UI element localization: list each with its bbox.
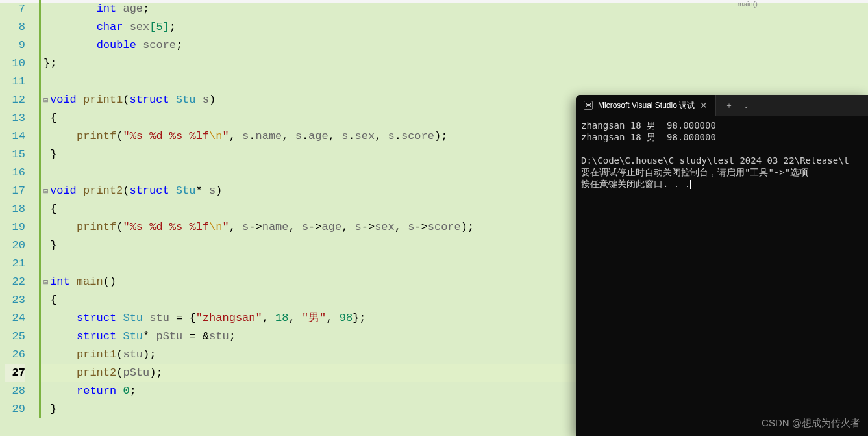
console-tab[interactable]: ⌘ Microsoft Visual Studio 调试 ✕ (576, 95, 716, 116)
line-number: 27 (5, 364, 25, 382)
console-tab-actions: ＋ ⌄ (716, 100, 758, 111)
text-cursor (690, 180, 691, 189)
line-number: 15 (5, 146, 25, 164)
console-titlebar[interactable]: ⌘ Microsoft Visual Studio 调试 ✕ ＋ ⌄ (576, 95, 868, 116)
line-number: 19 (5, 218, 25, 237)
close-icon[interactable]: ✕ (700, 100, 708, 110)
line-number: 20 (5, 237, 25, 255)
debug-console-window[interactable]: ⌘ Microsoft Visual Studio 调试 ✕ ＋ ⌄ zhang… (576, 95, 868, 436)
code-line (39, 73, 868, 91)
console-output[interactable]: zhangsan 18 男 98.000000 zhangsan 18 男 98… (576, 116, 868, 436)
code-line: char sex[5]; (39, 18, 868, 36)
code-line: int age; (39, 0, 868, 18)
line-number: 17 (5, 182, 25, 200)
line-number: 18 (5, 200, 25, 218)
line-number: 25 (5, 327, 25, 346)
line-number: 29 (5, 400, 25, 418)
line-number: 13 (5, 109, 25, 127)
code-line: }; (39, 55, 868, 73)
fold-margin (31, 0, 36, 436)
line-number: 21 (5, 255, 25, 273)
line-number: 26 (5, 346, 25, 364)
code-line: double score; (39, 36, 868, 55)
console-title: Microsoft Visual Studio 调试 (598, 100, 695, 111)
line-number: 12 (5, 91, 25, 109)
line-number: 16 (5, 164, 25, 182)
vs-icon: ⌘ (584, 101, 593, 110)
line-number-gutter: 7891011121314151617181920212223242526272… (0, 0, 31, 436)
line-number: 23 (5, 291, 25, 309)
line-number: 24 (5, 309, 25, 327)
line-number: 22 (5, 273, 25, 291)
line-number: 8 (5, 18, 25, 36)
fold-icon[interactable]: ⊟ (43, 183, 50, 201)
fold-icon[interactable]: ⊟ (43, 274, 50, 292)
line-number: 28 (5, 382, 25, 400)
line-number: 11 (5, 73, 25, 91)
line-number: 9 (5, 36, 25, 55)
line-number: 14 (5, 127, 25, 146)
new-tab-icon[interactable]: ＋ (725, 100, 733, 111)
line-number: 10 (5, 55, 25, 73)
fold-icon[interactable]: ⊟ (43, 92, 50, 110)
chevron-down-icon[interactable]: ⌄ (743, 102, 749, 109)
